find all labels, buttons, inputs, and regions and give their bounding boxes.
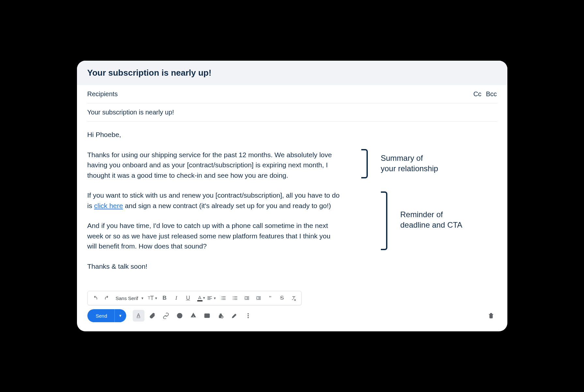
recipients-row[interactable]: Recipients Cc Bcc xyxy=(87,85,497,103)
italic-button[interactable]: I xyxy=(171,293,182,304)
subject-row[interactable]: Your subscription is nearly up! xyxy=(87,103,497,122)
svg-point-11 xyxy=(247,315,248,316)
undo-button[interactable] xyxy=(90,293,101,304)
cc-button[interactable]: Cc xyxy=(473,90,481,98)
signoff: Thanks & talk soon! xyxy=(87,261,342,272)
annotations: Summary of your relationship Reminder of… xyxy=(348,129,497,281)
remove-formatting-button[interactable] xyxy=(288,293,299,304)
click-here-link[interactable]: click here xyxy=(94,202,123,209)
bold-button[interactable]: B xyxy=(159,293,170,304)
window-title: Your subscription is nearly up! xyxy=(77,61,507,85)
paragraph-1: Thanks for using our shipping service fo… xyxy=(87,150,342,181)
bcc-button[interactable]: Bcc xyxy=(486,90,497,98)
subject-text: Your subscription is nearly up! xyxy=(87,109,174,116)
svg-point-0 xyxy=(232,296,233,297)
image-button[interactable] xyxy=(201,310,213,322)
insert-link-button[interactable] xyxy=(160,310,172,322)
underline-button[interactable]: U xyxy=(183,293,194,304)
annotation-summary: Summary of your relationship xyxy=(381,153,438,174)
formatting-toolbar: Sans Serif▼ TT▼ B I U A▼ ▼ " S xyxy=(87,291,302,305)
header-fields: Recipients Cc Bcc Your subscription is n… xyxy=(77,85,507,122)
svg-point-1 xyxy=(232,298,233,298)
align-button[interactable]: ▼ xyxy=(206,293,217,304)
bracket-1 xyxy=(361,149,368,178)
signature-button[interactable] xyxy=(229,310,240,322)
paragraph-3: And if you have time, I'd love to catch … xyxy=(87,220,342,251)
numbered-list-button[interactable] xyxy=(218,293,229,304)
font-select[interactable]: Sans Serif▼ xyxy=(113,293,147,304)
recipients-label: Recipients xyxy=(87,90,118,98)
text-color-button[interactable]: A▼ xyxy=(194,293,205,304)
indent-less-button[interactable] xyxy=(241,293,252,304)
svg-point-2 xyxy=(232,299,233,300)
redo-button[interactable] xyxy=(101,293,112,304)
drive-button[interactable] xyxy=(187,310,199,322)
quote-button[interactable]: " xyxy=(265,293,276,304)
svg-point-12 xyxy=(247,317,248,318)
indent-more-button[interactable] xyxy=(253,293,264,304)
formatting-toggle-button[interactable]: A xyxy=(133,310,144,322)
confidential-button[interactable] xyxy=(215,310,227,322)
send-toolbar: Send ▼ A xyxy=(77,309,507,331)
bracket-2 xyxy=(381,191,387,250)
send-more-dropdown[interactable]: ▼ xyxy=(114,309,126,322)
bulleted-list-button[interactable] xyxy=(230,293,241,304)
font-size-button[interactable]: TT▼ xyxy=(147,293,158,304)
greeting: Hi Phoebe, xyxy=(87,129,342,140)
more-options-button[interactable] xyxy=(242,310,254,322)
svg-point-4 xyxy=(178,315,179,316)
strikethrough-button[interactable]: S xyxy=(277,293,288,304)
paragraph-2: If you want to stick with us and renew y… xyxy=(87,190,342,211)
svg-point-5 xyxy=(180,315,181,316)
emoji-button[interactable] xyxy=(174,310,186,322)
send-button[interactable]: Send ▼ xyxy=(87,309,126,322)
svg-point-3 xyxy=(177,313,182,318)
send-label: Send xyxy=(87,309,114,322)
attach-button[interactable] xyxy=(146,310,158,322)
email-body[interactable]: Hi Phoebe, Thanks for using our shipping… xyxy=(87,129,342,271)
compose-window: Your subscription is nearly up! Recipien… xyxy=(77,61,507,331)
svg-point-10 xyxy=(247,313,248,314)
discard-button[interactable] xyxy=(485,310,497,322)
annotation-reminder: Reminder of deadline and CTA xyxy=(400,209,462,231)
